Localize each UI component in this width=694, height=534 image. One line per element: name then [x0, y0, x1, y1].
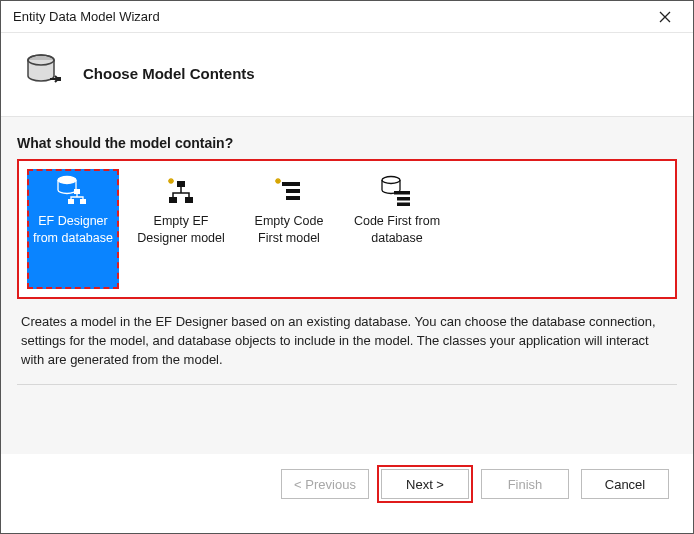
option-description: Creates a model in the EF Designer based…: [17, 311, 677, 385]
svg-point-13: [382, 177, 400, 184]
question-label: What should the model contain?: [17, 135, 677, 151]
wizard-content: What should the model contain? EF Design…: [1, 116, 693, 454]
svg-point-3: [58, 177, 76, 184]
option-empty-ef-designer[interactable]: Empty EF Designer model: [135, 169, 227, 289]
svg-rect-2: [57, 77, 61, 81]
svg-rect-6: [80, 199, 86, 204]
close-button[interactable]: [645, 1, 685, 32]
svg-rect-12: [286, 196, 300, 200]
svg-rect-8: [169, 197, 177, 203]
page-title: Choose Model Contents: [83, 65, 255, 82]
svg-rect-4: [74, 189, 80, 194]
database-icon: [23, 51, 65, 96]
next-button[interactable]: Next >: [381, 469, 469, 499]
svg-rect-10: [282, 182, 300, 186]
svg-rect-9: [185, 197, 193, 203]
svg-rect-5: [68, 199, 74, 204]
option-label: Empty EF Designer model: [137, 214, 225, 245]
wizard-footer: < Previous Next > Finish Cancel: [1, 454, 693, 514]
option-ef-designer-from-db[interactable]: EF Designer from database: [27, 169, 119, 289]
db-model-icon: [29, 173, 117, 209]
wizard-header: Choose Model Contents: [1, 33, 693, 116]
option-label: Code First from database: [354, 214, 440, 245]
close-icon: [659, 11, 671, 23]
model-icon: [137, 173, 225, 209]
previous-button: < Previous: [281, 469, 369, 499]
svg-rect-7: [177, 181, 185, 187]
svg-rect-14: [394, 191, 410, 195]
svg-rect-16: [397, 203, 410, 207]
db-code-icon: [353, 173, 441, 209]
option-label: Empty Code First model: [255, 214, 324, 245]
option-empty-code-first[interactable]: Empty Code First model: [243, 169, 335, 289]
finish-button: Finish: [481, 469, 569, 499]
svg-rect-11: [286, 189, 300, 193]
svg-rect-15: [397, 197, 410, 201]
cancel-button[interactable]: Cancel: [581, 469, 669, 499]
option-label: EF Designer from database: [33, 214, 113, 245]
titlebar: Entity Data Model Wizard: [1, 1, 693, 33]
model-options: EF Designer from database Empty EF Desig…: [17, 159, 677, 299]
window-title: Entity Data Model Wizard: [13, 9, 160, 24]
option-code-first-from-db[interactable]: Code First from database: [351, 169, 443, 289]
code-icon: [245, 173, 333, 209]
